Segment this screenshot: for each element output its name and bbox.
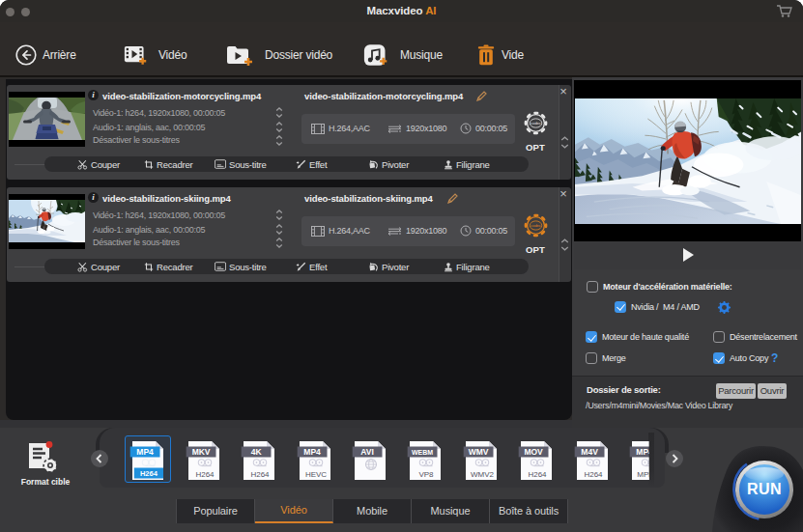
svg-text:codec: codec — [531, 121, 541, 126]
svg-text:MKV: MKV — [191, 447, 210, 457]
svg-text:AVI: AVI — [360, 447, 374, 457]
svg-text:HEVC: HEVC — [304, 469, 326, 478]
svg-text:H264: H264 — [529, 469, 548, 478]
svg-text:MOV: MOV — [525, 447, 544, 457]
svg-text:VP8: VP8 — [419, 469, 435, 478]
svg-text:WMV: WMV — [469, 447, 489, 457]
svg-text:H264: H264 — [195, 469, 215, 478]
svg-text:H264: H264 — [584, 469, 603, 478]
svg-text:MP4: MP4 — [303, 447, 321, 457]
svg-text:4K: 4K — [251, 447, 263, 457]
svg-text:M4V: M4V — [581, 447, 598, 457]
svg-text:codec: codec — [531, 223, 541, 228]
svg-text:MP4: MP4 — [137, 447, 155, 457]
svg-text:WMV2: WMV2 — [471, 469, 495, 478]
svg-text:WEBM: WEBM — [412, 449, 433, 456]
svg-text:H264: H264 — [140, 469, 158, 478]
svg-text:H264: H264 — [251, 469, 271, 478]
